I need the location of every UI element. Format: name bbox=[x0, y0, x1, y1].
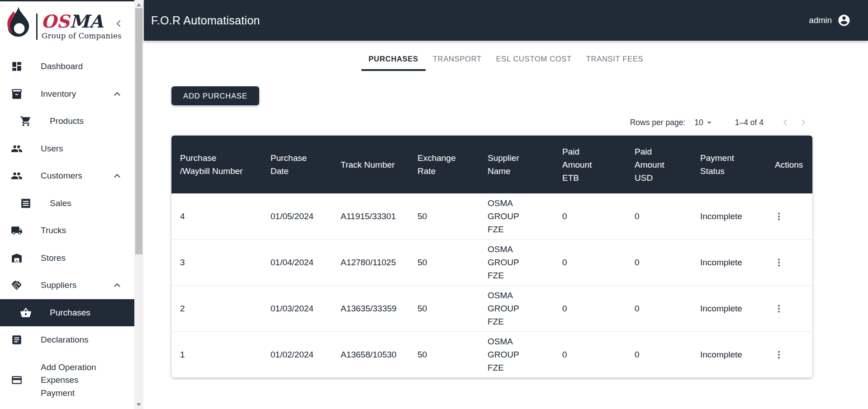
tab-label: TRANSIT FEES bbox=[586, 55, 643, 63]
cell-supplier-name: OSMA GROUP FZE bbox=[479, 240, 554, 285]
sidebar-item-label: Declarations bbox=[41, 334, 89, 347]
row-actions-button[interactable] bbox=[770, 254, 788, 272]
pagination-range: 1–4 of 4 bbox=[735, 118, 764, 127]
tab[interactable]: ESL CUSTOM COST bbox=[489, 47, 579, 71]
user-menu[interactable]: admin bbox=[809, 14, 851, 27]
cell-actions bbox=[766, 332, 812, 377]
tab-label: ESL CUSTOM COST bbox=[496, 55, 572, 63]
sidebar-item-label: Purchases bbox=[50, 306, 90, 320]
scroll-up-arrow-icon[interactable] bbox=[134, 1, 143, 8]
tab[interactable]: TRANSIT FEES bbox=[579, 47, 650, 71]
sidebar-item[interactable]: Suppliers bbox=[0, 272, 134, 299]
tab[interactable]: PURCHASES bbox=[361, 47, 426, 71]
dropdown-arrow-icon bbox=[704, 118, 714, 127]
table-row: 4 01/05/2024 A11915/33301 50 OSMA GROUP … bbox=[171, 193, 812, 240]
sidebar-item[interactable]: Customers bbox=[0, 162, 134, 190]
sidebar-item-label: Products bbox=[50, 115, 84, 128]
scroll-down-arrow-icon[interactable] bbox=[134, 401, 143, 408]
sidebar-item-label: Sales bbox=[50, 197, 71, 210]
main-content: PURCHASES TRANSPORT ESL CUSTOM COST TRAN… bbox=[144, 41, 868, 409]
table-body: 4 01/05/2024 A11915/33301 50 OSMA GROUP … bbox=[171, 193, 812, 378]
sidebar-item-label: Customers bbox=[41, 169, 82, 183]
sidebar-item[interactable]: Chart Of bbox=[0, 407, 134, 409]
tab-label: TRANSPORT bbox=[433, 55, 482, 63]
previous-page-button[interactable] bbox=[776, 113, 794, 132]
sidebar-item[interactable]: Dashboard bbox=[0, 53, 134, 80]
row-actions-button[interactable] bbox=[770, 300, 788, 318]
tab-label: PURCHASES bbox=[369, 55, 418, 63]
sidebar-item[interactable]: Sales bbox=[0, 190, 134, 217]
people-icon bbox=[11, 143, 23, 155]
chevron-left-icon bbox=[779, 117, 791, 128]
rows-per-page-label: Rows per page: bbox=[630, 118, 686, 127]
account-circle-icon bbox=[837, 14, 851, 27]
sidebar-item[interactable]: Declarations bbox=[0, 326, 134, 354]
brand-name-rest: MA bbox=[70, 11, 103, 32]
cell-exchange-rate: 50 bbox=[409, 332, 479, 377]
sidebar-item[interactable]: Users bbox=[0, 135, 134, 163]
chevron-up-icon bbox=[112, 171, 122, 181]
purchases-table: Purchase /Waybill Number Purchase Date T… bbox=[171, 136, 812, 378]
row-actions-button[interactable] bbox=[770, 207, 788, 226]
sidebar-item[interactable]: Add Operation Expenses Payment bbox=[0, 354, 134, 407]
tab-bar: PURCHASES TRANSPORT ESL CUSTOM COST TRAN… bbox=[144, 47, 868, 71]
sidebar-item[interactable]: Stores bbox=[0, 244, 134, 272]
cell-actions bbox=[766, 193, 812, 239]
rows-per-page-select[interactable]: 10 bbox=[694, 118, 714, 127]
cell-exchange-rate: 50 bbox=[409, 193, 479, 239]
sidebar-item-label: Inventory bbox=[41, 88, 76, 101]
pagination-bar: Rows per page: 10 1–4 of 4 bbox=[171, 114, 812, 131]
row-actions-button[interactable] bbox=[770, 346, 788, 364]
column-header: Track Number bbox=[332, 136, 409, 193]
cell-track-number: A13658/10530 bbox=[332, 332, 409, 377]
cell-track-number: A12780/11025 bbox=[332, 240, 409, 285]
sidebar-item[interactable]: Inventory bbox=[0, 80, 134, 108]
chevron-up-icon bbox=[112, 89, 122, 99]
kebab-menu-icon bbox=[773, 257, 785, 268]
sidebar-nav: Dashboard Inventory Products bbox=[0, 53, 134, 409]
logo-divider bbox=[36, 14, 38, 40]
handshake-icon bbox=[11, 279, 23, 291]
column-header: Supplier Name bbox=[479, 136, 554, 193]
cell-paid-etb: 0 bbox=[554, 286, 626, 331]
scrollbar-thumb[interactable] bbox=[135, 8, 142, 254]
inventory-icon bbox=[11, 88, 23, 100]
sidebar-item-label: Users bbox=[41, 142, 63, 155]
sidebar-item-label: Add Operation Expenses Payment bbox=[41, 361, 114, 400]
cell-paid-usd: 0 bbox=[626, 332, 692, 377]
sidebar-item[interactable]: Purchases bbox=[0, 299, 134, 327]
cell-purchase-date: 01/04/2024 bbox=[262, 240, 332, 285]
article-icon bbox=[11, 334, 23, 346]
cell-paid-etb: 0 bbox=[554, 332, 626, 377]
cell-purchase-date: 01/02/2024 bbox=[262, 332, 332, 377]
kebab-menu-icon bbox=[773, 349, 785, 361]
people-icon bbox=[11, 170, 23, 182]
table-row: 3 01/04/2024 A12780/11025 50 OSMA GROUP … bbox=[171, 240, 812, 286]
cell-paid-usd: 0 bbox=[626, 193, 692, 239]
tab[interactable]: TRANSPORT bbox=[426, 47, 489, 71]
sidebar-scrollbar[interactable] bbox=[134, 0, 143, 409]
column-header: Actions bbox=[766, 136, 812, 193]
sidebar-item[interactable]: Trucks bbox=[0, 217, 134, 244]
sidebar-item-label: Stores bbox=[41, 252, 66, 265]
rows-per-page-value: 10 bbox=[694, 118, 703, 127]
warehouse-icon bbox=[11, 252, 23, 264]
next-page-button[interactable] bbox=[794, 113, 812, 132]
sidebar: OSMA Group of Companies Dashboard Invent… bbox=[0, 0, 144, 409]
cell-exchange-rate: 50 bbox=[409, 240, 479, 285]
cell-payment-status: Incomplete bbox=[692, 193, 766, 239]
cell-supplier-name: OSMA GROUP FZE bbox=[479, 193, 554, 239]
top-edge-strip bbox=[0, 0, 134, 1]
add-purchase-button[interactable]: ADD PURCHASE bbox=[171, 86, 259, 105]
cell-exchange-rate: 50 bbox=[409, 286, 479, 331]
cell-waybill-number: 4 bbox=[171, 193, 262, 239]
brand-name-first: OS bbox=[41, 11, 70, 32]
credit-card-icon bbox=[11, 374, 23, 386]
dashboard-icon bbox=[11, 61, 23, 72]
cell-paid-usd: 0 bbox=[626, 286, 692, 331]
page-title: F.O.R Automatisation bbox=[151, 14, 260, 27]
sidebar-item[interactable]: Products bbox=[0, 108, 134, 135]
cell-paid-usd: 0 bbox=[626, 240, 692, 285]
sidebar-collapse-button[interactable] bbox=[113, 18, 124, 29]
kebab-menu-icon bbox=[773, 211, 785, 222]
